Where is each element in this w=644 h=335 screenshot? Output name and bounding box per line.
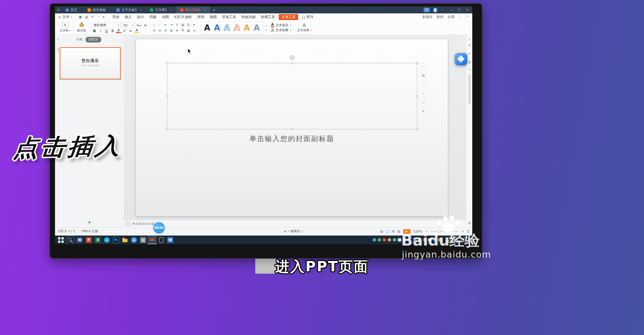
minimize-button[interactable]: — [449, 8, 453, 12]
insert-textbox-button[interactable]: A 文本框▾ [57, 21, 73, 34]
collaborate-button[interactable]: 协作 [437, 15, 444, 19]
scroll-up-icon[interactable]: ∧ [466, 38, 472, 41]
tray-icon[interactable] [388, 238, 391, 242]
document-tab[interactable]: 文字文稿1 × [113, 6, 146, 13]
wordart-style-option[interactable]: A [214, 24, 220, 32]
new-tab-button[interactable]: + [210, 8, 218, 12]
text-fill-button[interactable]: A 文本填充 ▾ [271, 23, 291, 27]
shrink-font-button[interactable]: A- [143, 23, 148, 27]
ribbon-tab[interactable]: 插入 [122, 14, 135, 20]
alignment-command-icon[interactable]: ¶ [180, 28, 185, 33]
resize-handle[interactable] [291, 128, 293, 130]
vertical-scrollbar[interactable] [468, 74, 471, 104]
canvas-tool-icon[interactable]: 字 [420, 109, 426, 115]
notes-toggle-icon[interactable]: ▤ [380, 229, 383, 233]
more-menu-icon[interactable]: ⋯ [441, 8, 445, 12]
adjust-icon[interactable]: ≡ [466, 44, 472, 47]
home-icon[interactable]: ⌂ [466, 52, 472, 55]
wordart-style-option[interactable]: A [204, 24, 210, 32]
resize-handle[interactable] [416, 95, 418, 97]
paragraph-command-icon[interactable]: ↕ [174, 22, 179, 27]
paragraph-command-icon[interactable]: ⇤ [163, 22, 168, 27]
resize-handle[interactable] [166, 95, 168, 97]
ribbon-tab[interactable]: 幻灯片放映 [172, 14, 195, 20]
tray-icon[interactable] [398, 238, 401, 242]
more-options-icon[interactable]: ⋮ [459, 15, 462, 19]
tab-close-icon[interactable]: × [203, 8, 206, 12]
ribbon-tab[interactable]: 开始 [110, 14, 122, 20]
alignment-command-icon[interactable]: ▾ [192, 28, 197, 33]
alignment-command-icon[interactable]: ▤ [186, 28, 191, 33]
resize-handle[interactable] [166, 62, 168, 64]
subtitle-placeholder[interactable]: 单击输入您的封面副标题 [136, 134, 448, 143]
paragraph-command-icon[interactable]: Ω [186, 22, 191, 27]
add-slide-button[interactable]: + [55, 219, 124, 225]
wordart-style-option[interactable]: A [254, 24, 260, 32]
ribbon-tab[interactable]: 视图 [207, 14, 219, 20]
quick-command-icon[interactable]: ↷ [97, 15, 100, 19]
rehearse-timer[interactable]: 00:00 [153, 222, 165, 233]
taskbar-app-button[interactable]: W [148, 236, 157, 244]
rotate-handle[interactable]: ↻ [290, 55, 294, 60]
alignment-command-icon[interactable]: ≡ [152, 28, 157, 33]
slide-sorter-icon[interactable]: ⊞ [392, 229, 394, 233]
slide-thumbnail[interactable]: 空白演示 单击输入您的封面副标题 [60, 47, 121, 79]
tray-icon[interactable] [373, 238, 376, 242]
wordart-style-option[interactable]: A [234, 24, 240, 32]
font-name-select[interactable]: 微软雅黑 ▾ [92, 22, 121, 28]
taskbar-app-button[interactable]: ▸ [102, 236, 111, 244]
taskbar-app-button[interactable] [56, 236, 65, 244]
wps-assistant-icon[interactable] [455, 53, 467, 65]
text-outline-button[interactable]: A 文本轮廓 ▾ [271, 28, 291, 32]
ribbon-tab[interactable]: 动画 [159, 14, 172, 20]
beautify-button[interactable]: ◆ 一键美化 ▾ [284, 229, 303, 233]
ribbon-tab[interactable]: 绘图工具 [258, 14, 278, 20]
slide-canvas[interactable]: ↻ 单击输入您的封面副标题 −▤╱◇□字 [124, 35, 466, 220]
resize-handle[interactable] [291, 62, 293, 64]
quick-command-icon[interactable]: ▾ [103, 15, 105, 19]
format-painter-button[interactable]: 格式刷 [73, 21, 90, 34]
bold-button[interactable]: B [92, 28, 97, 33]
taskbar-app-button[interactable] [120, 236, 129, 244]
strikethrough-button[interactable]: S [110, 28, 115, 33]
slide[interactable]: ↻ 单击输入您的封面副标题 [136, 39, 448, 216]
tray-icon[interactable] [393, 238, 396, 242]
file-menu[interactable]: ≡ 文件 ▾ [55, 14, 75, 20]
outline-tab[interactable]: 大纲 [76, 38, 82, 42]
subscript-button[interactable]: x₂ [128, 28, 133, 33]
taskbar-app-button[interactable]: ◈ [129, 236, 139, 244]
superscript-button[interactable]: x² [122, 28, 127, 33]
tab-close-icon[interactable]: × [140, 8, 142, 12]
taskbar-app-button[interactable]: Ps [111, 236, 120, 244]
document-tab[interactable]: 首页 [62, 6, 84, 13]
document-tab[interactable]: 工作簿1 × [146, 6, 176, 13]
collapse-ribbon-icon[interactable]: ^ [466, 15, 469, 19]
document-tab[interactable]: 演示文稿1 × [176, 6, 210, 13]
ribbon-tab[interactable]: 审阅 [195, 14, 207, 20]
paragraph-command-icon[interactable]: ⇥ [169, 22, 174, 27]
ribbon-tab[interactable]: 切换 [147, 14, 159, 20]
workspace-badge[interactable]: 3 [424, 8, 430, 12]
normal-view-icon[interactable]: ▢ [386, 229, 389, 233]
maximize-button[interactable]: □ [457, 8, 462, 12]
alignment-command-icon[interactable]: ≣ [169, 28, 174, 33]
slides-tab[interactable]: 幻灯片 [86, 37, 101, 43]
document-tab[interactable]: 稻壳模板 [84, 6, 113, 13]
ribbon-tab[interactable]: 设计 [135, 14, 147, 20]
quick-command-icon[interactable]: ↶ [91, 15, 94, 19]
paragraph-command-icon[interactable]: ▾ [192, 22, 197, 27]
text-effect-button[interactable]: A 文本效果▾ [294, 21, 315, 34]
italic-button[interactable]: I [98, 28, 103, 33]
theme-status[interactable]: Office 主题 [82, 229, 98, 233]
tray-icon[interactable] [383, 238, 386, 242]
alignment-command-icon[interactable]: ≡ [163, 28, 168, 33]
underline-button[interactable]: U [104, 28, 109, 33]
resize-handle[interactable] [416, 62, 418, 64]
quick-command-icon[interactable]: ▤ [85, 15, 88, 19]
canvas-tool-icon[interactable]: − [420, 63, 426, 69]
paragraph-command-icon[interactable]: ▥ [180, 22, 185, 27]
quick-command-icon[interactable]: ▣ [79, 15, 82, 19]
wordart-scroll-down-icon[interactable]: ▾ [266, 28, 267, 31]
wordart-style-option[interactable]: A [224, 24, 230, 32]
wordart-style-option[interactable]: A [244, 24, 250, 32]
